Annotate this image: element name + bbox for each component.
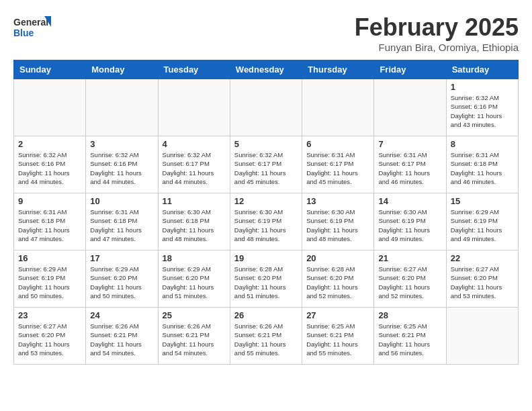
day-number: 23 (18, 310, 81, 320)
day-info: Sunrise: 6:25 AM Sunset: 6:21 PM Dayligh… (306, 322, 369, 357)
day-info: Sunrise: 6:30 AM Sunset: 6:19 PM Dayligh… (234, 208, 298, 243)
day-info: Sunrise: 6:30 AM Sunset: 6:18 PM Dayligh… (163, 208, 226, 243)
week-row-0: 1Sunrise: 6:32 AM Sunset: 6:16 PM Daylig… (14, 79, 519, 136)
day-info: Sunrise: 6:31 AM Sunset: 6:18 PM Dayligh… (18, 208, 81, 243)
calendar-cell: 25Sunrise: 6:26 AM Sunset: 6:21 PM Dayli… (158, 308, 230, 365)
day-number: 11 (163, 196, 226, 206)
day-info: Sunrise: 6:31 AM Sunset: 6:17 PM Dayligh… (306, 150, 369, 186)
location: Funyan Bira, Oromiya, Ethiopia (355, 42, 519, 53)
day-number: 2 (18, 139, 81, 149)
day-info: Sunrise: 6:31 AM Sunset: 6:18 PM Dayligh… (90, 208, 153, 243)
day-number: 27 (306, 310, 369, 320)
day-number: 24 (90, 310, 153, 320)
calendar-cell: 26Sunrise: 6:26 AM Sunset: 6:21 PM Dayli… (230, 308, 302, 365)
day-number: 3 (90, 139, 153, 149)
day-info: Sunrise: 6:27 AM Sunset: 6:20 PM Dayligh… (378, 265, 441, 300)
day-info: Sunrise: 6:29 AM Sunset: 6:19 PM Dayligh… (451, 208, 514, 243)
day-info: Sunrise: 6:31 AM Sunset: 6:18 PM Dayligh… (451, 150, 514, 186)
day-info: Sunrise: 6:29 AM Sunset: 6:20 PM Dayligh… (90, 265, 153, 300)
calendar-cell: 8Sunrise: 6:31 AM Sunset: 6:18 PM Daylig… (446, 136, 518, 193)
calendar-cell: 10Sunrise: 6:31 AM Sunset: 6:18 PM Dayli… (86, 193, 158, 250)
day-info: Sunrise: 6:28 AM Sunset: 6:20 PM Dayligh… (306, 265, 369, 300)
day-number: 1 (451, 82, 514, 92)
calendar-cell: 14Sunrise: 6:30 AM Sunset: 6:19 PM Dayli… (374, 193, 446, 250)
day-info: Sunrise: 6:26 AM Sunset: 6:21 PM Dayligh… (90, 322, 153, 357)
day-number: 20 (306, 253, 369, 263)
logo: GeneralBlue (13, 13, 54, 40)
calendar-cell: 19Sunrise: 6:28 AM Sunset: 6:20 PM Dayli… (230, 250, 302, 308)
day-info: Sunrise: 6:26 AM Sunset: 6:21 PM Dayligh… (234, 322, 298, 357)
day-number: 28 (378, 310, 441, 320)
weekday-header-friday: Friday (374, 60, 446, 79)
day-number: 10 (90, 196, 153, 206)
week-row-3: 16Sunrise: 6:29 AM Sunset: 6:19 PM Dayli… (14, 250, 519, 308)
day-info: Sunrise: 6:32 AM Sunset: 6:17 PM Dayligh… (234, 150, 298, 186)
day-info: Sunrise: 6:26 AM Sunset: 6:21 PM Dayligh… (163, 322, 226, 357)
day-number: 15 (451, 196, 514, 206)
day-info: Sunrise: 6:32 AM Sunset: 6:16 PM Dayligh… (451, 93, 514, 129)
day-info: Sunrise: 6:32 AM Sunset: 6:16 PM Dayligh… (18, 150, 81, 186)
day-number: 4 (163, 139, 226, 149)
calendar-cell (158, 79, 230, 136)
calendar-cell: 6Sunrise: 6:31 AM Sunset: 6:17 PM Daylig… (302, 136, 374, 193)
day-number: 18 (163, 253, 226, 263)
day-info: Sunrise: 6:29 AM Sunset: 6:19 PM Dayligh… (18, 265, 81, 300)
logo-svg: GeneralBlue (13, 13, 54, 40)
week-row-4: 23Sunrise: 6:27 AM Sunset: 6:20 PM Dayli… (14, 308, 519, 365)
weekday-header-thursday: Thursday (302, 60, 374, 79)
day-info: Sunrise: 6:31 AM Sunset: 6:17 PM Dayligh… (378, 150, 441, 186)
calendar-cell (302, 79, 374, 136)
day-info: Sunrise: 6:28 AM Sunset: 6:20 PM Dayligh… (234, 265, 298, 300)
calendar-cell (14, 79, 86, 136)
page-header: GeneralBlue February 2025 Funyan Bira, O… (13, 13, 519, 53)
calendar-cell: 16Sunrise: 6:29 AM Sunset: 6:19 PM Dayli… (14, 250, 86, 308)
calendar-cell: 17Sunrise: 6:29 AM Sunset: 6:20 PM Dayli… (86, 250, 158, 308)
calendar-cell: 11Sunrise: 6:30 AM Sunset: 6:18 PM Dayli… (158, 193, 230, 250)
svg-text:Blue: Blue (13, 28, 34, 38)
calendar-cell: 4Sunrise: 6:32 AM Sunset: 6:17 PM Daylig… (158, 136, 230, 193)
calendar-cell: 15Sunrise: 6:29 AM Sunset: 6:19 PM Dayli… (446, 193, 518, 250)
day-number: 21 (378, 253, 441, 263)
calendar-cell: 5Sunrise: 6:32 AM Sunset: 6:17 PM Daylig… (230, 136, 302, 193)
day-number: 12 (234, 196, 298, 206)
calendar-cell: 24Sunrise: 6:26 AM Sunset: 6:21 PM Dayli… (86, 308, 158, 365)
title-section: February 2025 Funyan Bira, Oromiya, Ethi… (355, 13, 519, 53)
weekday-header-monday: Monday (86, 60, 158, 79)
calendar-cell (374, 79, 446, 136)
day-info: Sunrise: 6:27 AM Sunset: 6:20 PM Dayligh… (451, 265, 514, 300)
month-year: February 2025 (355, 13, 519, 42)
calendar-cell: 20Sunrise: 6:28 AM Sunset: 6:20 PM Dayli… (302, 250, 374, 308)
svg-text:General: General (13, 17, 48, 28)
day-info: Sunrise: 6:32 AM Sunset: 6:17 PM Dayligh… (163, 150, 226, 186)
calendar-cell: 3Sunrise: 6:32 AM Sunset: 6:16 PM Daylig… (86, 136, 158, 193)
calendar: SundayMondayTuesdayWednesdayThursdayFrid… (13, 60, 519, 365)
weekday-header-saturday: Saturday (446, 60, 518, 79)
calendar-cell: 23Sunrise: 6:27 AM Sunset: 6:20 PM Dayli… (14, 308, 86, 365)
calendar-cell (230, 79, 302, 136)
week-row-1: 2Sunrise: 6:32 AM Sunset: 6:16 PM Daylig… (14, 136, 519, 193)
calendar-cell: 9Sunrise: 6:31 AM Sunset: 6:18 PM Daylig… (14, 193, 86, 250)
calendar-cell: 13Sunrise: 6:30 AM Sunset: 6:19 PM Dayli… (302, 193, 374, 250)
day-info: Sunrise: 6:27 AM Sunset: 6:20 PM Dayligh… (18, 322, 81, 357)
calendar-cell (86, 79, 158, 136)
calendar-cell: 1Sunrise: 6:32 AM Sunset: 6:16 PM Daylig… (446, 79, 518, 136)
day-number: 17 (90, 253, 153, 263)
calendar-cell: 22Sunrise: 6:27 AM Sunset: 6:20 PM Dayli… (446, 250, 518, 308)
day-number: 5 (234, 139, 298, 149)
weekday-header-tuesday: Tuesday (158, 60, 230, 79)
day-number: 6 (306, 139, 369, 149)
week-row-2: 9Sunrise: 6:31 AM Sunset: 6:18 PM Daylig… (14, 193, 519, 250)
day-number: 13 (306, 196, 369, 206)
weekday-header-row: SundayMondayTuesdayWednesdayThursdayFrid… (14, 60, 519, 79)
day-number: 14 (378, 196, 441, 206)
day-number: 16 (18, 253, 81, 263)
weekday-header-wednesday: Wednesday (230, 60, 302, 79)
calendar-cell: 27Sunrise: 6:25 AM Sunset: 6:21 PM Dayli… (302, 308, 374, 365)
day-info: Sunrise: 6:30 AM Sunset: 6:19 PM Dayligh… (306, 208, 369, 243)
calendar-cell: 18Sunrise: 6:29 AM Sunset: 6:20 PM Dayli… (158, 250, 230, 308)
day-info: Sunrise: 6:32 AM Sunset: 6:16 PM Dayligh… (90, 150, 153, 186)
day-number: 9 (18, 196, 81, 206)
day-number: 26 (234, 310, 298, 320)
day-info: Sunrise: 6:29 AM Sunset: 6:20 PM Dayligh… (163, 265, 226, 300)
day-number: 25 (163, 310, 226, 320)
